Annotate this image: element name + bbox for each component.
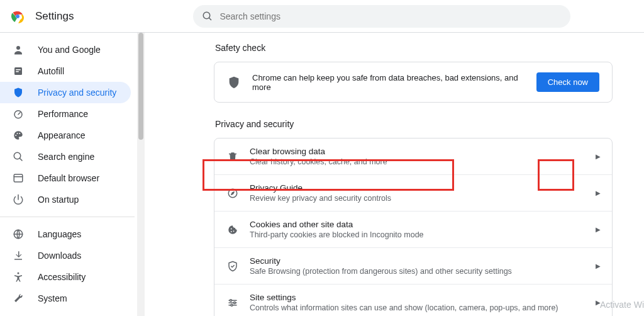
row-title: Site settings xyxy=(250,293,596,302)
sidebar-item-label: Autofill xyxy=(38,66,64,76)
svg-point-1 xyxy=(204,12,211,19)
sidebar-item-label: Accessibility xyxy=(38,272,86,282)
speed-icon xyxy=(13,108,25,120)
check-now-button[interactable]: Check now xyxy=(536,72,599,92)
search-input[interactable] xyxy=(219,11,562,21)
sidebar-item-label: Performance xyxy=(38,109,88,119)
sidebar-item-default-browser[interactable]: Default browser xyxy=(0,167,131,189)
sidebar-item-performance[interactable]: Performance xyxy=(0,103,131,125)
row-title: Cookies and other site data xyxy=(250,220,596,229)
header: Settings xyxy=(0,0,644,33)
row-title: Privacy Guide xyxy=(250,183,596,193)
sidebar-item-label: On startup xyxy=(38,195,79,205)
ps-row-site-settings[interactable]: Site settings Controls what information … xyxy=(214,285,612,316)
svg-rect-5 xyxy=(16,69,21,71)
sidebar-item-accessibility[interactable]: Accessibility xyxy=(0,266,131,288)
svg-point-29 xyxy=(234,302,236,303)
sidebar: You and GoogleAutofillPrivacy and securi… xyxy=(0,33,135,316)
row-text: Site settings Controls what information … xyxy=(250,293,596,312)
wrench-icon xyxy=(13,293,25,304)
privacy-security-card: Clear browsing data Clear history, cooki… xyxy=(214,138,613,316)
page-title: Settings xyxy=(35,10,74,23)
compass-icon xyxy=(226,188,240,199)
safety-check-card: Chrome can help keep you safe from data … xyxy=(214,62,613,103)
row-desc: Controls what information sites can use … xyxy=(250,303,596,312)
svg-point-3 xyxy=(16,46,20,50)
sidebar-item-label: Search engine xyxy=(38,152,94,162)
sidebar-item-system[interactable]: System xyxy=(0,288,131,309)
sidebar-item-privacy-and-security[interactable]: Privacy and security xyxy=(0,82,131,103)
ps-row-security[interactable]: Security Safe Browsing (protection from … xyxy=(214,248,612,285)
sidebar-item-label: Downloads xyxy=(38,251,81,261)
sidebar-item-autofill[interactable]: Autofill xyxy=(0,60,131,82)
ps-row-clear-browsing-data[interactable]: Clear browsing data Clear history, cooki… xyxy=(214,138,612,175)
sidebar-item-label: System xyxy=(38,293,67,303)
row-text: Security Safe Browsing (protection from … xyxy=(250,256,596,276)
row-desc: Third-party cookies are blocked in Incog… xyxy=(250,230,596,239)
svg-line-13 xyxy=(19,158,22,161)
svg-point-24 xyxy=(231,231,232,232)
row-title: Clear browsing data xyxy=(250,147,596,156)
shield-icon xyxy=(227,76,241,89)
globe-icon xyxy=(13,229,25,240)
sidebar-item-label: Appearance xyxy=(38,130,86,140)
ps-row-privacy-guide[interactable]: Privacy Guide Review key privacy and sec… xyxy=(214,175,612,212)
sidebar-item-you-and-google[interactable]: You and Google xyxy=(0,39,131,60)
privacy-security-title: Privacy and security xyxy=(215,119,613,129)
safety-check-text: Chrome can help keep you safe from data … xyxy=(252,73,536,92)
shield-icon xyxy=(13,87,25,98)
ps-row-cookies-and-other-site-data[interactable]: Cookies and other site data Third-party … xyxy=(214,212,612,248)
download-icon xyxy=(13,250,25,261)
security-icon xyxy=(226,261,240,272)
activate-windows-watermark: Activate Wi xyxy=(600,300,644,310)
svg-point-10 xyxy=(17,133,18,134)
svg-point-23 xyxy=(233,230,235,232)
search-icon xyxy=(13,151,25,162)
svg-point-22 xyxy=(231,228,232,229)
trash-icon xyxy=(226,151,240,162)
sidebar-item-label: Privacy and security xyxy=(38,87,116,98)
chevron-right-icon: ▶ xyxy=(596,153,601,160)
sidebar-item-search-engine[interactable]: Search engine xyxy=(0,146,131,167)
sidebar-item-label: You and Google xyxy=(38,45,101,55)
row-title: Security xyxy=(250,256,596,266)
svg-line-2 xyxy=(209,18,212,20)
row-desc: Safe Browsing (protection from dangerous… xyxy=(250,267,596,276)
svg-line-8 xyxy=(18,113,20,115)
chrome-logo-icon xyxy=(10,9,25,24)
row-text: Clear browsing data Clear history, cooki… xyxy=(250,147,596,166)
chevron-right-icon: ▶ xyxy=(596,226,601,233)
autofill-icon xyxy=(13,65,25,77)
scrollbar-thumb[interactable] xyxy=(138,33,143,140)
palette-icon xyxy=(13,130,25,141)
sidebar-item-downloads[interactable]: Downloads xyxy=(0,245,131,266)
svg-point-19 xyxy=(18,273,19,274)
svg-rect-6 xyxy=(16,71,19,72)
content: Safety check Chrome can help keep you sa… xyxy=(145,33,644,316)
search-settings-box[interactable] xyxy=(193,5,570,28)
chevron-right-icon: ▶ xyxy=(596,262,601,269)
svg-rect-14 xyxy=(14,174,23,182)
person-icon xyxy=(13,44,25,55)
chevron-right-icon: ▶ xyxy=(596,189,601,196)
row-desc: Clear history, cookies, cache, and more xyxy=(250,157,596,166)
sidebar-item-label: Default browser xyxy=(38,173,99,183)
row-text: Privacy Guide Review key privacy and sec… xyxy=(250,183,596,203)
sidebar-item-label: Languages xyxy=(38,229,81,239)
row-desc: Review key privacy and security controls xyxy=(250,194,596,203)
row-text: Cookies and other site data Third-party … xyxy=(250,220,596,239)
cookie-icon xyxy=(226,224,240,235)
svg-marker-21 xyxy=(231,191,235,195)
tune-icon xyxy=(226,297,240,308)
sidebar-item-appearance[interactable]: Appearance xyxy=(0,125,131,146)
svg-point-9 xyxy=(15,135,16,136)
safety-check-title: Safety check xyxy=(215,43,613,53)
search-icon xyxy=(202,11,213,22)
svg-point-28 xyxy=(230,299,232,301)
svg-point-11 xyxy=(19,133,20,134)
sidebar-item-languages[interactable]: Languages xyxy=(0,223,131,245)
accessibility-icon xyxy=(13,271,25,283)
svg-point-30 xyxy=(231,304,233,306)
browser-icon xyxy=(13,172,25,184)
sidebar-item-on-startup[interactable]: On startup xyxy=(0,189,131,210)
